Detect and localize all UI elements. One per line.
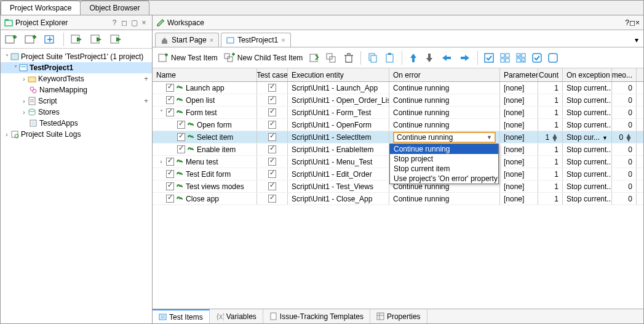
- run-button-2[interactable]: [89, 32, 105, 47]
- col-exec[interactable]: Execution entity: [288, 68, 389, 81]
- tree-node-stores[interactable]: ›Stores: [1, 107, 152, 118]
- testcase-checkbox[interactable]: [268, 133, 276, 141]
- run-button-1[interactable]: [69, 32, 85, 47]
- testcase-checkbox[interactable]: [268, 145, 276, 153]
- col-params[interactable]: Parameters: [500, 68, 538, 81]
- new-project-suite-button[interactable]: [3, 32, 19, 47]
- dropdown-option[interactable]: Use project's 'On error' property: [390, 174, 498, 184]
- testcase-checkbox[interactable]: [268, 121, 276, 129]
- tree-node-logs[interactable]: ›Project Suite Logs: [1, 129, 152, 140]
- table-row[interactable]: Open form Script\Unit1 - OpenForm Contin…: [153, 119, 643, 131]
- copy-button[interactable]: [366, 51, 380, 65]
- table-row[interactable]: Launch app Script\Unit1 - Launch_App Con…: [153, 82, 643, 94]
- tab-variables[interactable]: {x}Variables: [210, 309, 263, 323]
- tree-node-script[interactable]: ›Script+: [1, 95, 152, 107]
- maximize-icon[interactable]: ▢: [130, 18, 138, 27]
- enable-checkbox[interactable]: [177, 121, 185, 129]
- enable-checkbox[interactable]: [166, 158, 174, 166]
- enable-checkbox[interactable]: [166, 108, 174, 116]
- pin-icon[interactable]: ◻: [120, 18, 129, 27]
- timeout-spinner[interactable]: ▲▼: [625, 134, 632, 141]
- toggle-check-button[interactable]: [515, 52, 527, 64]
- testcase-checkbox[interactable]: [268, 84, 276, 92]
- tab-test-items[interactable]: Test Items: [153, 309, 210, 323]
- dropdown-option[interactable]: Continue running: [390, 144, 498, 154]
- testcase-checkbox[interactable]: [268, 170, 276, 178]
- paste-button[interactable]: [383, 51, 397, 65]
- add-icon[interactable]: +: [144, 97, 152, 105]
- table-row[interactable]: ˅ Form test Script\Unit1 - Form_Test Con…: [153, 107, 643, 119]
- close-tab-icon[interactable]: ×: [210, 36, 213, 44]
- new-child-test-item-button[interactable]: New Child Test Item: [223, 51, 304, 65]
- enable-checkbox[interactable]: [177, 133, 185, 141]
- table-row[interactable]: Select item Script\Unit1 - SelectItem Co…: [153, 131, 643, 144]
- close-icon[interactable]: ×: [140, 18, 148, 27]
- chevron-down-icon[interactable]: ▼: [602, 135, 608, 141]
- tab-project-workspace[interactable]: Project Workspace: [1, 1, 81, 15]
- grid-body[interactable]: Launch app Script\Unit1 - Launch_App Con…: [153, 82, 643, 309]
- new-test-item-button[interactable]: New Test Item: [156, 51, 219, 65]
- select-button[interactable]: [531, 52, 543, 64]
- tree-node-keywordtests[interactable]: ›KeywordTests+: [1, 73, 152, 84]
- indent-button[interactable]: [458, 52, 472, 64]
- expand-toggle[interactable]: ›: [158, 158, 164, 165]
- new-project-button[interactable]: [23, 32, 39, 47]
- add-group-button[interactable]: [325, 51, 338, 65]
- col-timeout[interactable]: Timeo...: [612, 68, 637, 81]
- col-onerror[interactable]: On error: [389, 68, 500, 81]
- dropdown-option[interactable]: Stop current item: [390, 164, 498, 174]
- testcase-checkbox[interactable]: [268, 182, 276, 190]
- svg-rect-35: [506, 59, 509, 62]
- close-icon[interactable]: ×: [635, 18, 640, 27]
- onerror-dropdown-cell[interactable]: Continue running▼: [393, 132, 496, 143]
- move-down-button[interactable]: [423, 51, 435, 65]
- project-tree[interactable]: ˅Project Suite 'TestProject1' (1 project…: [1, 49, 152, 323]
- table-row[interactable]: Close app Script\Unit1 - Close_App Conti…: [153, 193, 643, 205]
- tree-node-suite[interactable]: ˅Project Suite 'TestProject1' (1 project…: [1, 51, 152, 62]
- maximize-icon[interactable]: ◻: [629, 18, 635, 27]
- tab-properties[interactable]: Properties: [370, 309, 427, 323]
- uncheck-all-button[interactable]: [499, 52, 511, 64]
- tree-node-namemapping[interactable]: NameMapping: [1, 84, 152, 95]
- enable-checkbox[interactable]: [177, 145, 185, 153]
- onerror-dropdown[interactable]: Continue runningStop projectStop current…: [389, 144, 499, 184]
- testcase-checkbox[interactable]: [268, 158, 276, 166]
- col-name[interactable]: Name: [153, 68, 257, 81]
- check-all-button[interactable]: [483, 52, 495, 64]
- tree-node-project[interactable]: ˅TestProject1: [1, 62, 152, 73]
- add-existing-button[interactable]: [308, 51, 321, 65]
- tab-issue-templates[interactable]: Issue-Tracking Templates: [263, 309, 370, 323]
- delete-button[interactable]: [342, 51, 356, 65]
- enable-checkbox[interactable]: [166, 195, 174, 203]
- col-exception[interactable]: On exception: [563, 68, 612, 81]
- doc-tab-project[interactable]: TestProject1 ×: [221, 33, 290, 47]
- enable-checkbox[interactable]: [166, 84, 174, 92]
- move-up-button[interactable]: [407, 51, 419, 65]
- add-icon[interactable]: +: [144, 75, 152, 83]
- outdent-button[interactable]: [439, 52, 454, 64]
- col-count[interactable]: Count: [538, 68, 563, 81]
- count-spinner[interactable]: ▲▼: [551, 134, 559, 141]
- tree-node-testedapps[interactable]: TestedApps: [1, 118, 152, 129]
- dropdown-option[interactable]: Stop project: [390, 154, 498, 164]
- tab-object-browser[interactable]: Object Browser: [80, 1, 149, 15]
- svg-rect-17: [31, 121, 35, 125]
- enable-checkbox[interactable]: [166, 182, 174, 190]
- testcase-checkbox[interactable]: [268, 96, 276, 104]
- tabs-menu-icon[interactable]: ▾: [632, 33, 641, 47]
- run-button-3[interactable]: [108, 32, 124, 47]
- testcase-checkbox[interactable]: [268, 195, 276, 203]
- close-tab-icon[interactable]: ×: [281, 36, 285, 44]
- help-icon[interactable]: ?: [110, 18, 119, 27]
- help-icon[interactable]: ?: [625, 18, 629, 27]
- enable-checkbox[interactable]: [166, 170, 174, 178]
- chevron-down-icon[interactable]: ▼: [487, 134, 492, 140]
- doc-tab-start[interactable]: Start Page ×: [155, 33, 219, 47]
- col-testcase[interactable]: Test case: [257, 68, 288, 81]
- add-button[interactable]: [42, 32, 58, 47]
- testcase-checkbox[interactable]: [268, 108, 276, 116]
- expand-toggle[interactable]: ˅: [158, 109, 164, 116]
- table-row[interactable]: Open list Script\Unit1 - Open_Order_List…: [153, 94, 643, 107]
- deselect-button[interactable]: [547, 52, 559, 64]
- enable-checkbox[interactable]: [166, 96, 174, 104]
